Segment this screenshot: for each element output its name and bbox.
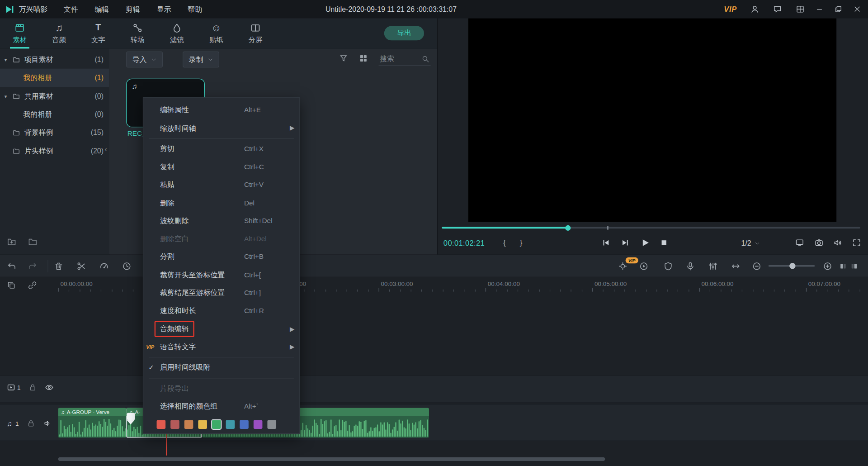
- menu-item-audio-edit[interactable]: 音频编辑▶: [143, 320, 299, 338]
- chroma-key-button[interactable]: [663, 261, 673, 271]
- tab-audio[interactable]: ♫音频: [39, 18, 79, 48]
- split-button[interactable]: [76, 261, 86, 271]
- mark-out-button[interactable]: }: [520, 238, 523, 247]
- eye-icon[interactable]: [45, 383, 54, 392]
- seek-handle[interactable]: [565, 225, 571, 230]
- tab-text[interactable]: T文字: [79, 18, 118, 48]
- maximize-icon[interactable]: [834, 5, 842, 13]
- horizontal-scrollbar[interactable]: [58, 457, 605, 461]
- minimize-icon[interactable]: [816, 5, 824, 13]
- audio-clip-0[interactable]: ♫A-GROUP - Verve: [58, 408, 127, 438]
- snap-marker[interactable]: [127, 413, 135, 425]
- panel-layout-right-button[interactable]: [850, 261, 858, 271]
- menu-item-copy[interactable]: 复制Ctrl+C: [143, 158, 299, 176]
- tree-item-background-samples[interactable]: 背景样例(15): [0, 124, 109, 142]
- color-swatch-2[interactable]: [184, 420, 193, 429]
- folder-icon[interactable]: [28, 237, 38, 247]
- duration-button[interactable]: [122, 261, 132, 271]
- zoom-in-button[interactable]: [823, 261, 833, 271]
- tree-item-shared-media[interactable]: ▾共用素材(0): [0, 87, 109, 105]
- tree-item-my-album-shared[interactable]: 我的相册(0): [0, 105, 109, 123]
- menubar-item-3[interactable]: 显示: [148, 4, 179, 14]
- lock-icon[interactable]: [27, 419, 36, 428]
- export-button[interactable]: 导出: [384, 26, 424, 40]
- menu-item-label: 粘贴: [160, 180, 175, 190]
- close-icon[interactable]: [853, 5, 861, 13]
- color-swatch-1[interactable]: [170, 420, 179, 429]
- seek-bar[interactable]: [442, 227, 860, 229]
- play-button[interactable]: [640, 238, 651, 248]
- vip-badge[interactable]: VIP: [724, 5, 736, 13]
- color-swatch-3[interactable]: [198, 420, 207, 429]
- voiceover-button[interactable]: [685, 261, 695, 271]
- color-swatch-4[interactable]: [212, 420, 221, 429]
- speed-button[interactable]: [99, 261, 109, 271]
- menu-item-snap-timeline[interactable]: ✓启用时间线吸附: [143, 359, 299, 377]
- grid-view-icon[interactable]: [359, 54, 368, 63]
- lock-icon[interactable]: [28, 383, 38, 392]
- menu-item-delete[interactable]: 删除Del: [143, 194, 299, 212]
- menubar-item-0[interactable]: 文件: [55, 4, 86, 14]
- tree-item-project-media[interactable]: ▾项目素材(1): [0, 50, 109, 68]
- panel-layout-left-button[interactable]: [839, 261, 847, 271]
- speaker-icon[interactable]: [833, 238, 843, 247]
- preview-quality-dropdown[interactable]: 1/2: [741, 239, 760, 247]
- render-preview-button[interactable]: [639, 261, 649, 271]
- account-icon[interactable]: [750, 5, 760, 14]
- menu-item-speed-duration[interactable]: 速度和时长Ctrl+R: [143, 302, 299, 320]
- color-swatch-0[interactable]: [157, 420, 166, 429]
- menubar-item-2[interactable]: 剪辑: [118, 4, 149, 14]
- menu-item-zoom-timeline[interactable]: 缩放时间轴▶: [143, 119, 299, 138]
- record-button[interactable]: 录制: [183, 52, 219, 67]
- color-swatch-7[interactable]: [254, 420, 263, 429]
- zoom-out-button[interactable]: [752, 261, 762, 271]
- zoom-slider-handle[interactable]: [789, 263, 795, 269]
- menu-item-trim-start-to-playhead[interactable]: 裁剪开头至游标位置Ctrl+[: [143, 266, 299, 284]
- color-swatch-8[interactable]: [267, 420, 276, 429]
- search-input[interactable]: 搜索: [379, 52, 431, 66]
- delete-button[interactable]: [54, 261, 64, 271]
- color-swatch-6[interactable]: [240, 420, 249, 429]
- menu-item-select-same-color-group[interactable]: 选择相同的颜色组Alt+`: [143, 397, 299, 415]
- tab-filter[interactable]: 滤镜: [157, 18, 197, 48]
- tab-transition[interactable]: 转场: [118, 18, 157, 48]
- tree-item-my-album-project[interactable]: 我的相册(1): [0, 69, 109, 87]
- menu-item-speech-to-text[interactable]: VIP语音转文字▶: [143, 338, 299, 356]
- undo-button[interactable]: [7, 261, 17, 271]
- menu-item-split[interactable]: 分割Ctrl+B: [143, 248, 299, 266]
- mark-in-button[interactable]: {: [503, 238, 506, 247]
- dual-monitor-icon[interactable]: [795, 238, 804, 247]
- tab-split[interactable]: 分屏: [236, 18, 275, 48]
- menu-item-ripple-delete[interactable]: 波纹删除Shift+Del: [143, 212, 299, 230]
- collapse-panel-icon[interactable]: ‹: [104, 145, 107, 153]
- menu-item-shortcut: Ctrl+V: [244, 181, 264, 189]
- zoom-slider[interactable]: [769, 265, 815, 267]
- layout-icon[interactable]: [796, 5, 805, 14]
- audio-mixer-button[interactable]: [708, 261, 718, 271]
- previous-frame-button[interactable]: [601, 238, 611, 247]
- menu-item-cut[interactable]: 剪切Ctrl+X: [143, 140, 299, 158]
- color-swatch-5[interactable]: [226, 420, 235, 429]
- snapshot-icon[interactable]: [814, 238, 824, 247]
- menu-item-edit-properties[interactable]: 编辑属性Alt+E: [143, 101, 299, 119]
- fit-timeline-button[interactable]: [731, 261, 741, 271]
- preview-controls: 00:01:02:21 { } 1/2: [438, 234, 868, 253]
- menu-item-trim-end-to-playhead[interactable]: 裁剪结尾至游标位置Ctrl+]: [143, 284, 299, 302]
- mute-track-icon[interactable]: [43, 419, 52, 428]
- menubar-item-1[interactable]: 编辑: [86, 4, 118, 14]
- menubar-item-4[interactable]: 帮助: [179, 4, 211, 14]
- tab-media[interactable]: 素材: [0, 18, 39, 48]
- fullscreen-icon[interactable]: [852, 238, 861, 247]
- tab-sticker[interactable]: ☺贴纸: [197, 18, 236, 48]
- new-folder-icon[interactable]: [7, 237, 17, 247]
- menu-item-label: 波纹删除: [160, 216, 189, 226]
- redo-button[interactable]: [28, 261, 38, 271]
- filter-icon[interactable]: [339, 54, 348, 63]
- import-button[interactable]: 导入: [126, 52, 163, 67]
- menu-item-paste[interactable]: 粘贴Ctrl+V: [143, 176, 299, 194]
- next-frame-button[interactable]: [621, 238, 630, 247]
- app-logo-icon: [5, 4, 15, 14]
- feedback-icon[interactable]: [773, 5, 782, 14]
- tree-item-intro-samples[interactable]: 片头样例(20): [0, 142, 109, 160]
- stop-button[interactable]: [659, 238, 669, 247]
